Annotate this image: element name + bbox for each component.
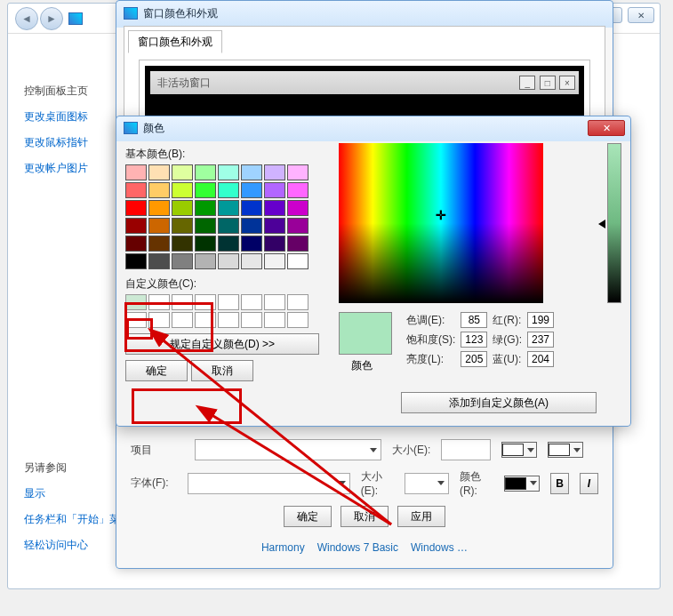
fontsize-dropdown[interactable] <box>405 473 449 494</box>
color2-picker[interactable] <box>548 442 583 458</box>
font-dropdown[interactable] <box>188 473 350 494</box>
red-input[interactable] <box>527 312 554 328</box>
italic-button[interactable]: I <box>580 473 598 494</box>
basic-color-swatch[interactable] <box>195 182 216 198</box>
sidebar-link[interactable]: 轻松访问中心 <box>24 538 131 553</box>
sidebar-link[interactable]: 任务栏和「开始」菜单 <box>24 512 131 527</box>
win1-cancel-button[interactable]: 取消 <box>341 506 389 527</box>
theme-link[interactable]: Windows 7 Basic <box>317 541 398 554</box>
custom-color-cell[interactable] <box>264 312 285 328</box>
basic-color-swatch[interactable] <box>287 182 308 198</box>
sidebar-home[interactable]: 控制面板主页 <box>24 84 131 99</box>
basic-color-swatch[interactable] <box>287 218 308 234</box>
basic-color-swatch[interactable] <box>241 182 262 198</box>
custom-color-cell[interactable] <box>195 312 216 328</box>
custom-color-cell[interactable] <box>172 312 193 328</box>
basic-color-swatch[interactable] <box>148 218 170 234</box>
win1-ok-button[interactable]: 确定 <box>284 506 332 527</box>
basic-color-swatch[interactable] <box>125 200 147 216</box>
basic-color-swatch[interactable] <box>148 182 170 198</box>
custom-color-cell[interactable] <box>287 312 308 328</box>
basic-color-swatch[interactable] <box>148 236 170 252</box>
win2-titlebar[interactable]: 颜色 ✕ <box>116 116 630 140</box>
custom-color-cell[interactable] <box>125 294 147 310</box>
win2-cancel-button[interactable]: 取消 <box>191 360 253 381</box>
basic-color-swatch[interactable] <box>148 164 170 180</box>
basic-color-swatch[interactable] <box>195 218 216 234</box>
basic-color-swatch[interactable] <box>125 164 147 180</box>
explorer-close-button[interactable]: ✕ <box>628 7 654 23</box>
sidebar-link[interactable]: 显示 <box>24 486 131 501</box>
basic-color-swatch[interactable] <box>287 236 308 252</box>
define-custom-button[interactable]: 规定自定义颜色(D) >> <box>125 333 319 355</box>
theme-link[interactable]: Harmony <box>261 541 305 554</box>
basic-color-swatch[interactable] <box>241 200 262 216</box>
basic-color-swatch[interactable] <box>264 182 285 198</box>
color1-picker[interactable] <box>501 442 537 458</box>
sidebar-link[interactable]: 更改桌面图标 <box>24 109 131 124</box>
basic-color-swatch[interactable] <box>172 218 193 234</box>
win1-tab[interactable]: 窗口颜色和外观 <box>128 30 222 53</box>
sidebar-link[interactable]: 更改帐户图片 <box>24 161 131 176</box>
custom-color-cell[interactable] <box>148 312 170 328</box>
blue-input[interactable] <box>527 351 554 367</box>
lum-input[interactable] <box>461 351 487 367</box>
size-spinner[interactable] <box>441 439 491 460</box>
basic-color-swatch[interactable] <box>172 164 193 180</box>
basic-color-swatch[interactable] <box>264 164 285 180</box>
basic-color-swatch[interactable] <box>218 253 239 269</box>
basic-color-swatch[interactable] <box>125 253 147 269</box>
basic-color-swatch[interactable] <box>148 200 170 216</box>
basic-color-swatch[interactable] <box>264 236 285 252</box>
win2-close-button[interactable]: ✕ <box>588 120 625 136</box>
nav-fwd-button[interactable]: ► <box>40 7 63 30</box>
custom-color-cell[interactable] <box>218 294 239 310</box>
basic-color-swatch[interactable] <box>264 200 285 216</box>
win1-titlebar[interactable]: 窗口颜色和外观 <box>116 1 613 26</box>
basic-color-swatch[interactable] <box>241 218 262 234</box>
basic-color-swatch[interactable] <box>172 200 193 216</box>
basic-color-swatch[interactable] <box>287 253 308 269</box>
hue-input[interactable] <box>461 312 487 328</box>
basic-color-swatch[interactable] <box>172 182 193 198</box>
basic-color-swatch[interactable] <box>287 164 308 180</box>
basic-color-swatch[interactable] <box>264 253 285 269</box>
hue-sat-canvas[interactable]: ✛ <box>339 143 543 303</box>
green-input[interactable] <box>527 332 554 348</box>
basic-color-swatch[interactable] <box>172 236 193 252</box>
basic-color-swatch[interactable] <box>125 218 147 234</box>
basic-color-swatch[interactable] <box>195 164 216 180</box>
item-dropdown[interactable] <box>195 439 381 460</box>
basic-color-swatch[interactable] <box>195 253 216 269</box>
basic-color-swatch[interactable] <box>218 236 239 252</box>
win2-ok-button[interactable]: 确定 <box>125 360 188 381</box>
basic-color-swatch[interactable] <box>195 236 216 252</box>
custom-color-cell[interactable] <box>195 294 216 310</box>
custom-color-cell[interactable] <box>241 294 262 310</box>
custom-color-cell[interactable] <box>172 294 193 310</box>
basic-color-swatch[interactable] <box>172 253 193 269</box>
custom-color-cell[interactable] <box>241 312 262 328</box>
basic-color-swatch[interactable] <box>241 164 262 180</box>
basic-color-swatch[interactable] <box>218 182 239 198</box>
basic-color-swatch[interactable] <box>148 253 170 269</box>
basic-color-swatch[interactable] <box>125 182 147 198</box>
basic-color-swatch[interactable] <box>241 236 262 252</box>
sidebar-link[interactable]: 更改鼠标指针 <box>24 135 131 150</box>
sat-input[interactable] <box>461 332 487 348</box>
basic-color-swatch[interactable] <box>241 253 262 269</box>
custom-color-cell[interactable] <box>125 312 147 328</box>
custom-color-cell[interactable] <box>218 312 239 328</box>
fontcolor-picker[interactable] <box>504 476 540 492</box>
basic-color-swatch[interactable] <box>218 200 239 216</box>
basic-color-swatch[interactable] <box>218 164 239 180</box>
theme-link[interactable]: Windows … <box>411 541 468 554</box>
custom-color-cell[interactable] <box>148 294 170 310</box>
custom-color-cell[interactable] <box>287 294 308 310</box>
win1-apply-button[interactable]: 应用 <box>397 506 445 527</box>
custom-color-cell[interactable] <box>264 294 285 310</box>
add-custom-button[interactable]: 添加到自定义颜色(A) <box>401 392 597 413</box>
basic-color-swatch[interactable] <box>264 218 285 234</box>
nav-back-button[interactable]: ◄ <box>15 7 38 30</box>
basic-color-swatch[interactable] <box>125 236 147 252</box>
